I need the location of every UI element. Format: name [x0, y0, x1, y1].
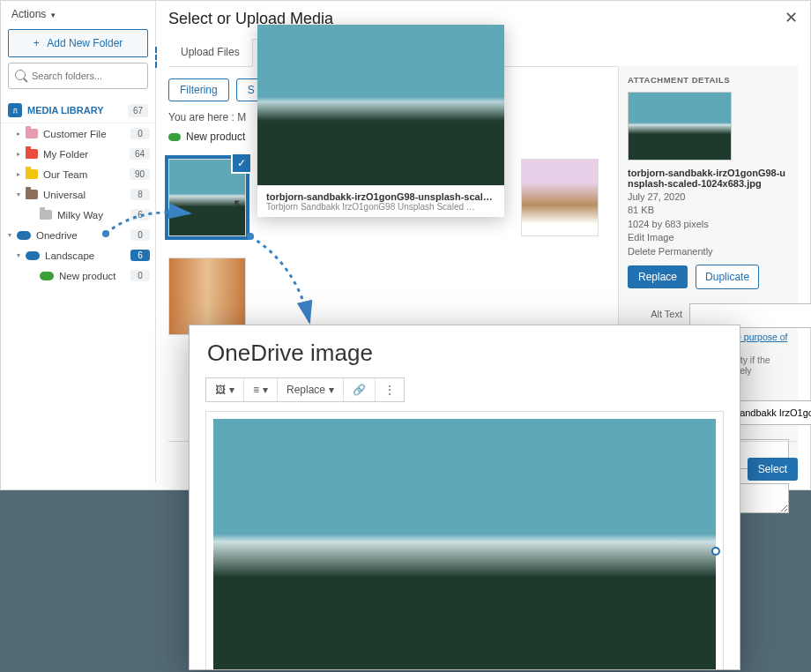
tab-upload-files[interactable]: Upload Files — [168, 39, 252, 66]
details-title: ATTACHMENT DETAILS — [628, 75, 789, 85]
select-media-button[interactable]: Select — [748, 458, 798, 481]
library-count: 67 — [128, 104, 148, 117]
cloud-icon — [168, 133, 181, 141]
actions-dropdown[interactable]: Actions — [1, 1, 155, 26]
link-button[interactable]: 🔗 — [344, 378, 376, 401]
cloud-item-new-product[interactable]: New product 0 — [1, 265, 155, 286]
folder-item-my-folder[interactable]: ▸ My Folder 64 — [1, 144, 155, 164]
folder-icon — [40, 210, 52, 220]
details-date: July 27, 2020 — [628, 190, 789, 204]
library-icon: ⎍ — [8, 103, 22, 117]
preview-image — [257, 25, 504, 185]
folder-icon — [26, 149, 38, 159]
actions-label: Actions — [11, 8, 46, 20]
page-heading[interactable]: OneDrive image — [190, 325, 740, 377]
media-thumbnail[interactable] — [521, 159, 599, 236]
preview-title: torbjorn-sandbakk-irzO1gonG98-unsplash-s… — [266, 191, 495, 202]
cloud-item-onedrive[interactable]: ▾ Onedrive 0 — [1, 225, 155, 245]
folder-item-milky-way[interactable]: Milky Way 6 — [1, 205, 155, 225]
library-label: MEDIA LIBRARY — [27, 105, 128, 116]
align-button[interactable]: ≡▾ — [244, 378, 278, 401]
cloud-icon — [26, 251, 40, 260]
align-icon: ≡ — [253, 384, 259, 396]
page-editor-window: OneDrive image 🖼▾ ≡▾ Replace ▾ 🔗 ⋮ — [189, 325, 740, 670]
media-thumbnail[interactable] — [168, 258, 246, 335]
alt-text-label: Alt Text — [628, 303, 682, 319]
more-options-button[interactable]: ⋮ — [376, 378, 404, 401]
details-dimensions: 1024 by 683 pixels — [628, 218, 789, 231]
replace-image-button[interactable]: Replace ▾ — [278, 378, 344, 401]
folder-sidebar: Actions Add New Folder ⎍ MEDIA LIBRARY 6… — [1, 1, 156, 482]
add-new-folder-button[interactable]: Add New Folder — [8, 29, 148, 57]
cloud-icon — [40, 272, 54, 280]
edit-image-link[interactable]: Edit Image — [628, 231, 789, 244]
preview-subtitle: Torbjorn Sandbakk IrzO1gonG98 Unsplash S… — [266, 202, 495, 212]
folder-item-our-team[interactable]: ▸ Our Team 90 — [1, 164, 155, 184]
folder-item-universal[interactable]: ▾ Universal 8 — [1, 184, 155, 205]
duplicate-button[interactable]: Duplicate — [696, 265, 759, 289]
details-size: 81 KB — [628, 204, 789, 217]
folder-icon — [26, 190, 38, 199]
breadcrumb-tag-label: New product — [186, 131, 245, 143]
folder-icon — [26, 129, 38, 138]
cursor-icon: ↖ — [233, 196, 244, 213]
folder-search-input[interactable] — [8, 63, 148, 89]
image-block-content — [213, 419, 716, 670]
cloud-icon — [17, 231, 31, 240]
image-block[interactable] — [205, 411, 724, 670]
block-toolbar: 🖼▾ ≡▾ Replace ▾ 🔗 ⋮ — [205, 377, 405, 402]
chevron-right-icon: ▸ — [17, 130, 26, 138]
chevron-down-icon: ▾ — [17, 251, 26, 259]
more-icon: ⋮ — [384, 384, 395, 396]
chevron-right-icon: ▸ — [17, 150, 26, 158]
close-modal-button[interactable]: ✕ — [785, 8, 798, 27]
media-preview-popup: torbjorn-sandbakk-irzO1gonG98-unsplash-s… — [257, 25, 504, 217]
folder-icon — [26, 169, 38, 179]
block-type-button[interactable]: 🖼▾ — [206, 378, 244, 401]
details-filename: torbjorn-sandbakk-irzO1gonG98-unsplash-s… — [628, 168, 789, 189]
link-icon: 🔗 — [353, 384, 366, 396]
cloud-item-landscape[interactable]: ▾ Landscape 6 — [1, 245, 155, 265]
breadcrumb-tag[interactable]: New product — [168, 131, 245, 143]
media-library-root[interactable]: ⎍ MEDIA LIBRARY 67 — [1, 98, 155, 123]
chevron-down-icon: ▾ — [17, 190, 26, 198]
breadcrumb-text: M — [237, 111, 246, 123]
replace-button[interactable]: Replace — [628, 265, 688, 288]
delete-permanently-link[interactable]: Delete Permanently — [628, 245, 789, 258]
image-resize-handle[interactable] — [711, 547, 720, 556]
image-icon: 🖼 — [215, 384, 226, 396]
chevron-down-icon: ▾ — [8, 231, 17, 239]
folder-item-customer-file[interactable]: ▸ Customer File 0 — [1, 123, 155, 144]
details-thumbnail — [628, 92, 732, 161]
filtering-button[interactable]: Filtering — [168, 78, 229, 101]
breadcrumb-label: You are here : — [168, 111, 234, 123]
chevron-right-icon: ▸ — [17, 170, 26, 178]
